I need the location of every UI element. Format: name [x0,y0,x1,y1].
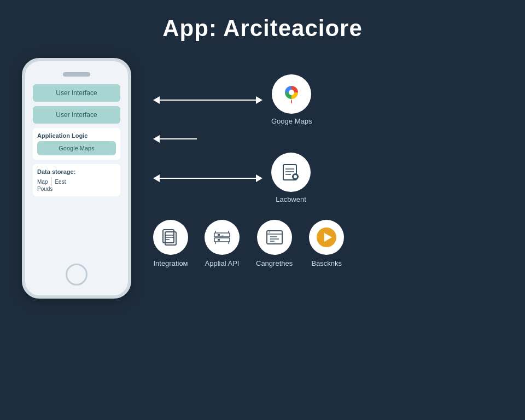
google-maps-icon-group: Googe Maps [271,74,312,125]
svg-rect-22 [267,231,282,244]
svg-point-1 [289,90,294,95]
api-circle: HF [205,220,240,255]
phone: User Interface User Interface Applicatio… [22,58,131,299]
logic-label: Application Logic [37,132,116,139]
data-divider [51,177,51,186]
svg-marker-27 [269,231,270,232]
phone-section-data: Data storage: Map Eest Pouds [33,164,120,196]
phone-btn-2: User Interface [33,106,120,124]
cangrethes-svg [266,229,283,246]
arrow-right-head-3 [256,174,262,182]
phone-screen: User Interface User Interface Applicatio… [33,84,120,258]
bascknks-svg [316,226,337,248]
main-content: User Interface User Interface Applicatio… [0,52,525,331]
integration-circle [153,220,188,255]
api-svg: HF [213,229,231,246]
arrow-single-2 [153,135,197,143]
svg-text:HF: HF [221,235,224,237]
lacbwent-label: Lacbwent [276,195,306,203]
data-row1-right: Eest [55,179,66,185]
page-title: App: Arciteaciore [0,0,525,52]
integration-label: Integratioм [153,259,188,267]
phone-container: User Interface User Interface Applicatio… [22,58,142,299]
svg-rect-14 [214,238,230,242]
cangrethes-circle [257,220,292,255]
bottom-icons-row: Integratioм HF [153,220,503,267]
data-row2: Pouds [37,186,116,192]
phone-notch [63,72,90,77]
integration-svg [162,229,179,246]
data-row1: Map Eest [37,177,116,186]
cangrethes-item: Cangrethes [256,220,293,267]
arrow-line-1 [160,100,256,101]
phone-btn-1: User Interface [33,84,120,102]
arrow-double-3 [153,174,262,182]
api-label: Applial API [205,259,240,267]
arrow-left-head-1 [153,96,160,104]
diagram-area: Googe Maps [153,58,503,331]
lacbwent-circle [271,153,311,192]
svg-rect-16 [218,239,220,241]
logic-btn: Google Maps [37,141,116,155]
bascknks-circle [309,220,344,255]
lacbwent-icon-group: Lacbwent [271,153,311,203]
integration-item: Integratioм [153,220,188,267]
svg-point-7 [294,175,297,178]
data-row2-text: Pouds [37,186,52,192]
arrow-line-2 [160,138,197,139]
google-maps-label: Googe Maps [271,117,312,125]
arrow-double-1 [153,96,262,104]
bascknks-label: Bascknks [311,259,342,267]
arrow-right-head-1 [256,96,262,104]
phone-home-button [66,264,88,285]
cangrethes-label: Cangrethes [256,259,293,267]
lacbwent-svg [281,162,301,182]
data-row1-left: Map [37,179,48,185]
data-label: Data storage: [37,168,116,175]
arrow-left-head-3 [153,174,160,182]
bascknks-item: Bascknks [309,220,344,267]
phone-section-logic: Application Logic Google Maps [33,128,120,160]
google-maps-svg [281,83,302,105]
svg-rect-15 [218,234,220,236]
google-maps-circle [272,74,311,114]
arrow-left-head-2 [153,135,160,143]
arrow-line-3 [160,178,256,179]
api-item: HF Applial API [205,220,240,267]
